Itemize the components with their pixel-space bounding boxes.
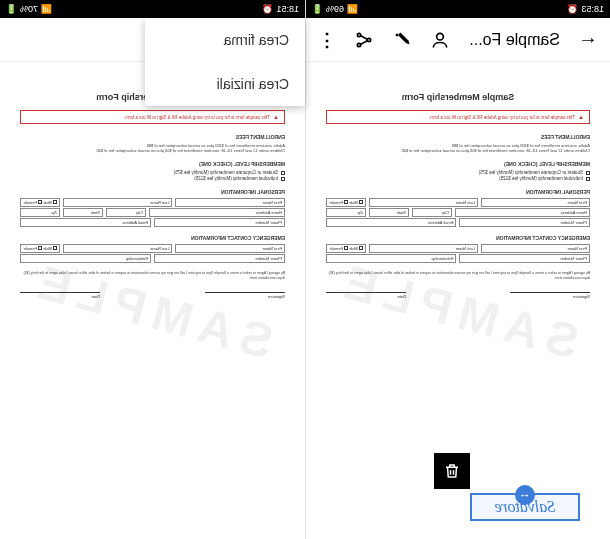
- checkbox[interactable]: [281, 177, 285, 181]
- signature-line[interactable]: Signature: [205, 292, 285, 299]
- fees-text2: Children under 12 and Teens 13–18: one-t…: [326, 148, 590, 153]
- field-efirst[interactable]: First Name: [176, 244, 286, 253]
- date-line[interactable]: Date: [326, 292, 406, 299]
- move-handle-icon[interactable]: ↔: [515, 485, 535, 505]
- checkbox[interactable]: [586, 177, 590, 181]
- app-title: Sample Fo...: [468, 31, 560, 49]
- alert-text: This sample form is for you to try using…: [124, 115, 270, 120]
- left-panel: 18:53 ⏰ 📶 69% 🔋 ← Sample Fo... ⋮ SAMPLE …: [305, 0, 610, 539]
- more-icon[interactable]: ⋮: [318, 29, 336, 51]
- battery-icon: 🔋: [312, 4, 323, 14]
- wifi-icon: 📶: [41, 4, 52, 14]
- checkbox[interactable]: [586, 171, 590, 175]
- watermark: SAMPLE: [26, 252, 280, 369]
- field-zip[interactable]: Zip: [20, 208, 60, 217]
- level-title: MEMBERSHIP LEVEL (CHECK ONE): [20, 161, 285, 167]
- signature-annotation[interactable]: ↔ Salvatore: [470, 493, 580, 521]
- fees-title: ENROLLMENT FEES: [20, 134, 285, 140]
- opt1: Student or Corporate membership (Monthly…: [479, 170, 583, 175]
- doc-title: Sample Membership Form: [326, 92, 590, 102]
- opt2: Individual membership (Monthly fee $125): [194, 176, 278, 181]
- battery-icon: 🔋: [6, 4, 17, 14]
- emergency-title: EMERGENCY CONTACT INFORMATION: [326, 235, 590, 241]
- checkbox[interactable]: [281, 171, 285, 175]
- svg-point-3: [357, 43, 360, 46]
- alert-text: This sample form is for you to try using…: [429, 115, 575, 120]
- field-gender[interactable]: Male Female: [20, 198, 60, 207]
- signature-dropdown-menu: Crea firma Crea iniziali: [145, 18, 305, 106]
- battery-text: 70%: [20, 4, 38, 14]
- field-phone[interactable]: Phone Number: [154, 218, 285, 227]
- alarm-icon: ⏰: [567, 4, 578, 14]
- profile-icon[interactable]: [430, 30, 450, 50]
- emergency-title: EMERGENCY CONTACT INFORMATION: [20, 235, 285, 241]
- field-elast[interactable]: Last Name: [369, 244, 478, 253]
- field-city[interactable]: City: [106, 208, 146, 217]
- status-time: 18:53: [581, 4, 604, 14]
- status-bar: 18:53 ⏰ 📶 69% 🔋: [306, 0, 610, 18]
- field-city[interactable]: City: [412, 208, 452, 217]
- field-relationship[interactable]: Relationship: [326, 254, 457, 263]
- watermark: SAMPLE: [331, 252, 585, 369]
- field-phone[interactable]: Phone Number: [460, 218, 591, 227]
- field-last[interactable]: Last Name: [369, 198, 478, 207]
- field-first[interactable]: First Name: [176, 198, 286, 207]
- alarm-icon: ⏰: [262, 4, 273, 14]
- warning-icon: ▲: [578, 114, 584, 120]
- field-ephone[interactable]: Phone Number: [460, 254, 591, 263]
- svg-point-0: [437, 33, 444, 40]
- field-ephone[interactable]: Phone Number: [154, 254, 285, 263]
- signature-line[interactable]: Signature: [510, 292, 590, 299]
- agreement-text: By signing I Agree to select a terms a S…: [326, 271, 590, 280]
- field-relationship[interactable]: Relationship: [20, 254, 151, 263]
- trash-icon: [443, 462, 461, 480]
- field-gender[interactable]: Male Female: [326, 198, 366, 207]
- fees-text2: Children under 12 and Teens 13–18: one-t…: [20, 148, 285, 153]
- battery-text: 69%: [326, 4, 344, 14]
- share-icon[interactable]: [354, 30, 374, 50]
- right-panel: 18:51 ⏰ 📶 70% 🔋 ← Sample Fo... Crea firm…: [0, 0, 305, 539]
- document-viewport[interactable]: SAMPLE Sample Membership Form ▲ This sam…: [306, 62, 610, 539]
- menu-create-initials[interactable]: Crea iniziali: [145, 62, 305, 106]
- agreement-text: By signing I Agree to select a terms a S…: [20, 271, 285, 280]
- opt1: Student or Corporate membership (Monthly…: [174, 170, 278, 175]
- status-time: 18:51: [276, 4, 299, 14]
- date-line[interactable]: Date: [20, 292, 100, 299]
- fees-title: ENROLLMENT FEES: [326, 134, 590, 140]
- field-email2[interactable]: Email Address: [20, 218, 151, 227]
- field-email2[interactable]: Email Address: [326, 218, 457, 227]
- field-first[interactable]: First Name: [481, 198, 590, 207]
- menu-create-signature[interactable]: Crea firma: [145, 18, 305, 62]
- level-title: MEMBERSHIP LEVEL (CHECK ONE): [326, 161, 590, 167]
- delete-signature-button[interactable]: [434, 453, 470, 489]
- document-viewport[interactable]: SAMPLE Sample Membership Form ▲ This sam…: [0, 62, 305, 539]
- field-elast[interactable]: Last Name: [63, 244, 173, 253]
- app-bar: ← Sample Fo... ⋮: [306, 18, 610, 62]
- field-state[interactable]: State: [63, 208, 103, 217]
- wifi-icon: 📶: [347, 4, 358, 14]
- personal-title: PERSONAL INFORMATION: [20, 189, 285, 195]
- back-icon[interactable]: ←: [578, 28, 598, 51]
- personal-title: PERSONAL INFORMATION: [326, 189, 590, 195]
- status-bar: 18:51 ⏰ 📶 70% 🔋: [0, 0, 305, 18]
- pen-sign-icon[interactable]: [392, 30, 412, 50]
- alert-box: ▲ This sample form is for you to try usi…: [326, 110, 590, 124]
- field-egender[interactable]: Male Female: [326, 244, 366, 253]
- alert-box: ▲ This sample form is for you to try usi…: [20, 110, 285, 124]
- field-address[interactable]: Home Address: [455, 208, 590, 217]
- svg-point-2: [357, 33, 360, 36]
- field-efirst[interactable]: First Name: [481, 244, 590, 253]
- document-page: SAMPLE Sample Membership Form ▲ This sam…: [20, 92, 285, 529]
- field-address[interactable]: Home Address: [149, 208, 285, 217]
- field-zip[interactable]: Zip: [326, 208, 366, 217]
- svg-point-1: [367, 38, 370, 41]
- field-last[interactable]: Last Name: [63, 198, 173, 207]
- field-state[interactable]: State: [369, 208, 409, 217]
- warning-icon: ▲: [273, 114, 279, 120]
- opt2: Individual membership (Monthly fee $125): [499, 176, 583, 181]
- field-egender[interactable]: Male Female: [20, 244, 60, 253]
